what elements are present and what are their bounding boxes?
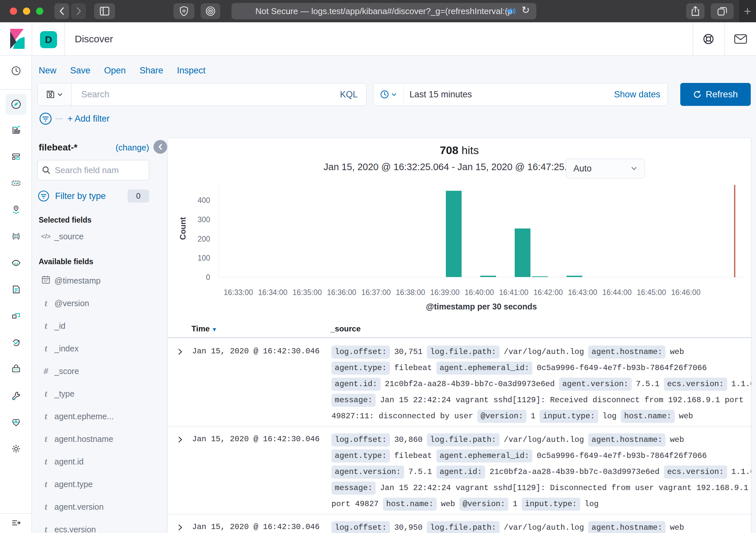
column-header-source[interactable]: _source xyxy=(331,324,361,333)
source-line: agent.id:21c0bf2a-aa28-4b39-bb7c-0a3d997… xyxy=(332,376,751,392)
nav-item-metrics[interactable] xyxy=(0,250,32,277)
histogram[interactable] xyxy=(218,185,744,277)
field-search-input[interactable] xyxy=(55,165,145,175)
saved-query-menu-button[interactable] xyxy=(38,83,71,106)
field-item-_type[interactable]: t_type xyxy=(38,383,149,405)
number-field-icon: # xyxy=(38,366,54,376)
field-item-_id[interactable]: t_id xyxy=(38,315,149,337)
field-item-@timestamp[interactable]: @timestamp xyxy=(38,269,149,292)
show-dates-button[interactable]: Show dates xyxy=(614,90,667,100)
nav-item-machine-learning[interactable] xyxy=(0,224,32,250)
newsfeed-button[interactable] xyxy=(724,22,756,55)
nav-item-dashboard[interactable] xyxy=(0,144,32,171)
field-item-@version[interactable]: t@version xyxy=(38,292,149,315)
field-item-agent.epheme...[interactable]: tagent.epheme... xyxy=(38,405,149,428)
field-key-badge: host.name: xyxy=(621,410,675,423)
field-value: 30,950 xyxy=(394,523,422,532)
tab-overview-button[interactable] xyxy=(711,3,734,19)
filter-by-type-button[interactable]: Filter by type xyxy=(55,191,106,201)
field-item-_score[interactable]: #_score xyxy=(38,360,149,383)
filter-icon[interactable] xyxy=(39,112,52,125)
refresh-button[interactable]: Refresh xyxy=(680,83,751,106)
help-button[interactable] xyxy=(693,22,724,55)
field-item-agent.version[interactable]: tagent.version xyxy=(38,495,149,518)
field-item-ecs.version[interactable]: tecs.version xyxy=(38,518,149,533)
field-key-badge: log.offset: xyxy=(332,345,390,359)
canvas-icon xyxy=(11,178,22,190)
expand-row-button[interactable] xyxy=(177,344,192,424)
field-value: web xyxy=(670,347,684,356)
nav-item-dev-tools[interactable] xyxy=(0,383,32,410)
reload-button[interactable]: ↻ xyxy=(522,6,530,15)
add-filter-button[interactable]: + Add filter xyxy=(68,114,110,124)
field-value: web xyxy=(441,499,455,508)
quick-select-time-button[interactable] xyxy=(373,83,404,106)
collapse-nav-button[interactable] xyxy=(0,513,32,533)
close-window-button[interactable] xyxy=(10,8,17,15)
source-line: log.offset:30,860log.file.path:/var/log/… xyxy=(332,432,751,448)
address-bar[interactable]: Not Secure — logs.test/app/kibana#/disco… xyxy=(231,3,536,19)
nav-item-recently-viewed[interactable] xyxy=(0,56,32,87)
histogram-bar[interactable] xyxy=(480,276,496,277)
query-language-toggle[interactable]: KQL xyxy=(340,90,366,100)
time-range-value[interactable]: Last 15 minutes xyxy=(404,90,614,100)
histogram-bar[interactable] xyxy=(446,191,462,277)
mute-audio-button[interactable] xyxy=(506,7,516,17)
expand-row-button[interactable] xyxy=(177,520,192,533)
sidebar-toggle-button[interactable] xyxy=(94,3,115,19)
metrics-icon xyxy=(11,257,22,270)
column-header-time[interactable]: Time▼ xyxy=(191,324,217,333)
field-item-agent.hostname[interactable]: tagent.hostname xyxy=(38,428,149,450)
table-header: Time▼ _source xyxy=(168,322,751,338)
menu-link-save[interactable]: Save xyxy=(70,66,91,76)
nav-item-stack-monitoring[interactable] xyxy=(0,410,32,436)
nav-item-discover[interactable] xyxy=(0,91,32,117)
maps-icon xyxy=(11,204,22,217)
search-input[interactable] xyxy=(71,90,340,100)
selected-fields-list: </>_source xyxy=(38,228,149,245)
field-item-agent.id[interactable]: tagent.id xyxy=(38,450,149,473)
field-name: agent.id xyxy=(54,457,84,466)
nav-item-siem[interactable] xyxy=(0,356,32,383)
minimize-window-button[interactable] xyxy=(23,8,30,15)
menu-link-open[interactable]: Open xyxy=(104,66,126,76)
nav-item-apm[interactable] xyxy=(0,303,32,330)
back-button[interactable] xyxy=(54,3,69,19)
zoom-window-button[interactable] xyxy=(36,8,43,15)
field-value: web xyxy=(670,435,684,444)
chevron-down-icon xyxy=(392,93,397,96)
extension-button[interactable] xyxy=(201,3,220,19)
url-text: Not Secure — logs.test/app/kibana#/disco… xyxy=(256,6,512,16)
menu-link-inspect[interactable]: Inspect xyxy=(177,66,205,76)
nav-item-uptime[interactable] xyxy=(0,330,32,356)
nav-item-logs[interactable] xyxy=(0,277,32,303)
privacy-report-button[interactable] xyxy=(174,3,194,19)
field-key-badge: log.file.path: xyxy=(427,433,500,446)
space-avatar[interactable]: D xyxy=(40,31,57,48)
expand-row-button[interactable] xyxy=(177,432,192,512)
histogram-bar[interactable] xyxy=(515,228,530,277)
interval-value: Auto xyxy=(573,164,592,174)
collapse-fields-panel-button[interactable] xyxy=(153,140,167,154)
change-index-pattern-button[interactable]: (change) xyxy=(115,143,149,153)
field-value: port 49827 xyxy=(332,499,379,508)
new-tab-button[interactable]: + xyxy=(739,0,756,22)
nav-item-canvas[interactable] xyxy=(0,171,32,197)
nav-item-maps[interactable] xyxy=(0,197,32,224)
source-line: log.offset:30,950log.file.path:/var/log/… xyxy=(332,520,751,533)
field-item-agent.type[interactable]: tagent.type xyxy=(38,473,149,495)
menu-link-share[interactable]: Share xyxy=(140,66,163,76)
time-picker: Last 15 minutes Show dates xyxy=(373,83,668,106)
string-field-icon: t xyxy=(38,389,54,399)
field-item-_index[interactable]: t_index xyxy=(38,337,149,360)
menu-link-new[interactable]: New xyxy=(39,66,56,76)
histogram-bar[interactable] xyxy=(567,276,582,277)
interval-select[interactable]: Auto xyxy=(566,159,644,178)
field-item-_source[interactable]: </>_source xyxy=(38,228,149,245)
histogram-bar[interactable] xyxy=(532,276,548,277)
nav-item-visualize[interactable] xyxy=(0,117,32,144)
share-button[interactable] xyxy=(686,3,705,19)
chart-time-span: Jan 15, 2020 @ 16:32:25.064 - Jan 15, 20… xyxy=(168,162,751,173)
nav-item-management[interactable] xyxy=(0,436,32,463)
forward-button[interactable] xyxy=(71,3,86,19)
